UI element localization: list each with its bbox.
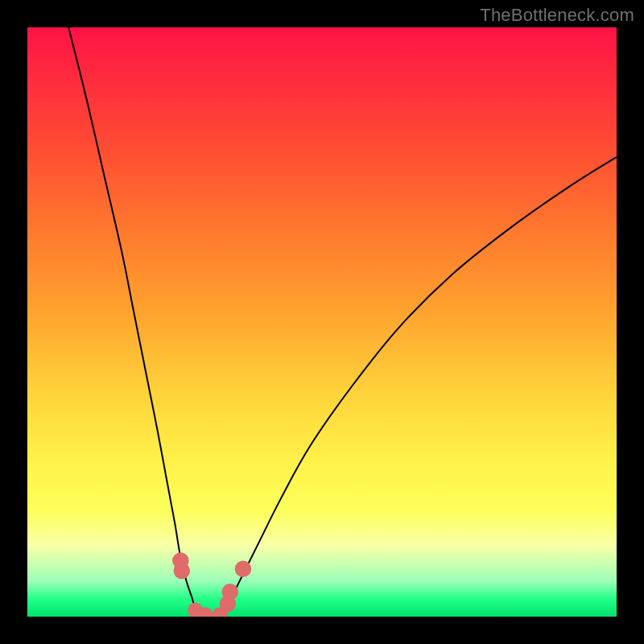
data-marker [174,563,190,579]
curve-left-curve [68,27,198,616]
data-marker [235,560,251,576]
plot-area [27,27,617,617]
curve-right-curve [222,157,617,615]
curves-svg [27,27,617,617]
series-group [68,27,617,616]
chart-frame: TheBottleneck.com [0,0,644,644]
watermark-text: TheBottleneck.com [480,5,634,26]
data-marker [222,584,238,600]
marker-group [172,552,251,617]
